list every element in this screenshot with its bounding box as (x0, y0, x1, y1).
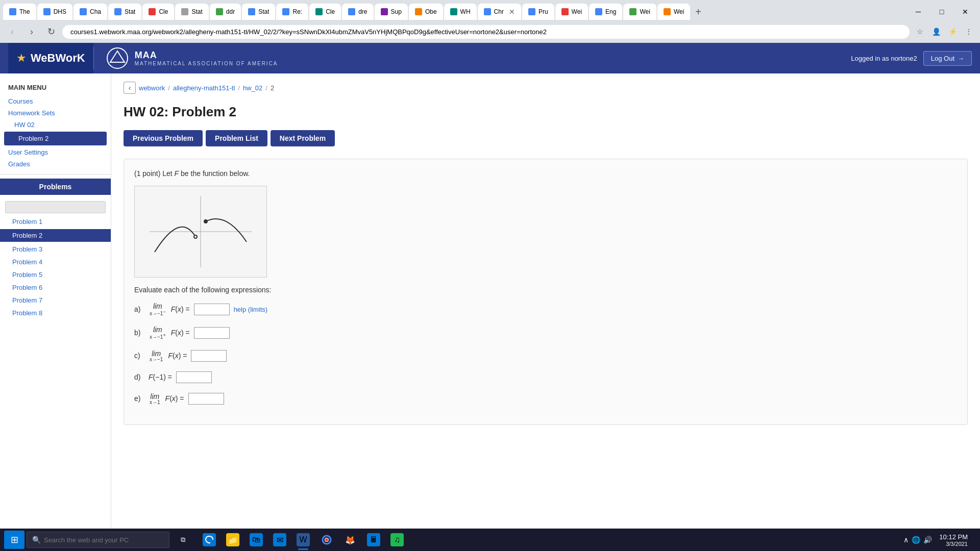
taskbar-search-bar[interactable]: 🔍 (27, 532, 169, 548)
problem-link-6[interactable]: Problem 6 (0, 281, 111, 294)
extensions-icon[interactable]: ⚡ (945, 24, 960, 39)
volume-icon[interactable]: 🔊 (922, 535, 933, 545)
new-tab-button[interactable]: + (691, 6, 705, 18)
tab-17[interactable]: Wei (555, 4, 588, 20)
tab-1[interactable]: The (3, 4, 36, 20)
svg-point-8 (325, 538, 328, 541)
minimize-button[interactable]: ─ (906, 4, 930, 20)
breadcrumb-hw[interactable]: hw_02 (243, 84, 262, 92)
start-button[interactable]: ⊞ (4, 531, 24, 549)
tab-4[interactable]: Stat (108, 4, 141, 20)
taskbar-edge-app[interactable] (198, 529, 220, 551)
bookmark-icon[interactable]: ☆ (913, 24, 927, 39)
breadcrumb-course[interactable]: allegheny-math151-tl (173, 84, 235, 92)
tab-label-10: Cle (326, 8, 335, 15)
breadcrumb-webwork[interactable]: webwork (139, 84, 165, 92)
problem-link-3[interactable]: Problem 3 (0, 243, 111, 256)
calculator-icon: 🖩 (367, 533, 380, 546)
part-e-lim: lim x→1 (149, 392, 161, 405)
tab-16[interactable]: Pru (522, 4, 554, 20)
sidebar-item-homework-sets[interactable]: Homework Sets (0, 107, 111, 119)
tab-13[interactable]: Obe (409, 4, 443, 20)
taskbar-explorer-app[interactable]: 📁 (222, 529, 244, 551)
answer-input-b[interactable] (194, 327, 230, 339)
taskbar-apps: 📁 🛍 ✉ W 🦊 🖩 ♫ (198, 529, 408, 551)
tab-10[interactable]: Cle (309, 4, 341, 20)
tab-11[interactable]: dre (342, 4, 373, 20)
taskbar-spotify-app[interactable]: ♫ (386, 529, 408, 551)
tab-8[interactable]: Stat (242, 4, 275, 20)
function-graph-image (134, 186, 267, 278)
part-a-lim: lim x→−1− (149, 302, 167, 316)
sidebar-item-problem2[interactable]: Problem 2 (4, 132, 107, 145)
tab-15[interactable]: Chr ✕ (478, 4, 521, 20)
logout-button[interactable]: Log Out → (923, 51, 972, 66)
refresh-button[interactable]: ↻ (43, 23, 59, 40)
tab-favicon-18 (595, 8, 602, 15)
answer-input-d[interactable] (176, 371, 212, 383)
sidebar-item-grades[interactable]: Grades (0, 158, 111, 170)
taskbar-firefox-app[interactable]: 🦊 (339, 529, 361, 551)
next-problem-button[interactable]: Next Problem (271, 130, 335, 146)
problem-link-1[interactable]: Problem 1 (0, 215, 111, 228)
spotify-icon: ♫ (390, 533, 404, 546)
problem-list-button[interactable]: Problem List (206, 130, 267, 146)
tab-12[interactable]: Sup (375, 4, 408, 20)
expression-row-e: e) lim x→1 F(x) = (134, 392, 957, 405)
sidebar-item-hw02[interactable]: HW 02 (0, 119, 111, 131)
tab-label-4: Stat (125, 8, 135, 15)
task-view-button[interactable]: ⧉ (172, 529, 194, 551)
taskbar-store-app[interactable]: 🛍 (245, 529, 267, 551)
problem-link-8[interactable]: Problem 8 (0, 307, 111, 319)
close-icon[interactable]: ✕ (509, 8, 515, 16)
tab-18[interactable]: Eng (589, 4, 622, 20)
taskbar-search-input[interactable] (44, 536, 156, 544)
chevron-up-icon[interactable]: ∧ (902, 535, 910, 545)
tab-20[interactable]: Wei (657, 4, 690, 20)
address-bar-input[interactable] (62, 25, 910, 39)
problem-link-5[interactable]: Problem 5 (0, 268, 111, 281)
tab-label-17: Wei (572, 8, 582, 15)
taskbar-chrome-app[interactable] (315, 529, 338, 551)
tab-3[interactable]: Cha (74, 4, 107, 20)
part-c-lim: lim x→−1 (149, 349, 164, 362)
previous-problem-button[interactable]: Previous Problem (124, 130, 203, 146)
back-button[interactable]: ‹ (4, 23, 20, 40)
answer-input-a[interactable] (194, 304, 230, 315)
answer-input-e[interactable] (188, 393, 224, 405)
maximize-button[interactable]: □ (930, 4, 953, 20)
taskbar-calc-app[interactable]: 🖩 (362, 529, 385, 551)
forward-button[interactable]: › (23, 23, 40, 40)
clock[interactable]: 10:12 PM 3/3/2021 (935, 532, 972, 548)
tab-9[interactable]: Re: (276, 4, 308, 20)
lim-word-c: lim (152, 350, 161, 357)
taskbar-mail-app[interactable]: ✉ (268, 529, 291, 551)
tab-6[interactable]: Stat (175, 4, 208, 20)
problem-search-input[interactable] (5, 201, 106, 213)
help-link-a[interactable]: help (limits) (234, 306, 267, 313)
settings-icon[interactable]: ⋮ (962, 24, 976, 39)
sidebar-item-courses[interactable]: Courses (0, 95, 111, 107)
profile-icon[interactable]: 👤 (929, 24, 943, 39)
problem-link-7[interactable]: Problem 7 (0, 294, 111, 307)
lim-word-a: lim (153, 303, 162, 310)
tab-favicon-15 (484, 8, 491, 15)
logged-in-text: Logged in as nortone2 (851, 55, 917, 62)
tab-14[interactable]: WH (444, 4, 477, 20)
tab-7[interactable]: ddr (210, 4, 241, 20)
problem-link-4[interactable]: Problem 4 (0, 256, 111, 268)
problem-link-2[interactable]: Problem 2 (0, 229, 111, 242)
network-icon[interactable]: 🌐 (911, 535, 921, 545)
sidebar-divider (0, 174, 111, 174)
close-window-button[interactable]: ✕ (953, 4, 977, 20)
tab-5[interactable]: Cle (142, 4, 174, 20)
breadcrumb-back-button[interactable]: ‹ (124, 82, 136, 94)
tab-19[interactable]: Wei (623, 4, 656, 20)
tab-label-2: DHS (54, 8, 66, 15)
tab-2[interactable]: DHS (37, 4, 72, 20)
sidebar-item-user-settings[interactable]: User Settings (0, 146, 111, 158)
taskbar-word-app[interactable]: W (292, 529, 314, 551)
answer-input-c[interactable] (191, 350, 227, 362)
tab-label-15: Chr (494, 8, 504, 15)
tab-label-6: Stat (191, 8, 202, 15)
